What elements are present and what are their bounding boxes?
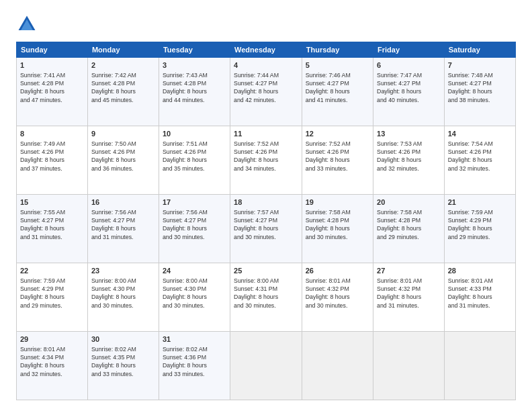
day-number: 14 <box>448 129 512 139</box>
calendar-header-saturday: Saturday <box>444 42 515 58</box>
calendar-cell: 5Sunrise: 7:46 AMSunset: 4:27 PMDaylight… <box>302 58 373 126</box>
calendar-week-1: 1Sunrise: 7:41 AMSunset: 4:28 PMDaylight… <box>17 58 516 126</box>
day-info: Sunrise: 8:01 AMSunset: 4:33 PMDaylight:… <box>448 277 512 310</box>
day-number: 30 <box>91 334 155 345</box>
day-number: 15 <box>20 197 84 208</box>
day-info: Sunrise: 7:58 AMSunset: 4:28 PMDaylight:… <box>377 208 441 241</box>
calendar-cell: 4Sunrise: 7:44 AMSunset: 4:27 PMDaylight… <box>230 58 302 126</box>
day-info: Sunrise: 7:42 AMSunset: 4:28 PMDaylight:… <box>91 71 155 104</box>
day-number: 31 <box>163 334 226 345</box>
calendar-header-monday: Monday <box>87 42 159 58</box>
day-number: 29 <box>20 334 84 345</box>
calendar-week-2: 8Sunrise: 7:49 AMSunset: 4:26 PMDaylight… <box>17 126 516 195</box>
calendar-cell: 11Sunrise: 7:52 AMSunset: 4:26 PMDayligh… <box>230 126 302 195</box>
calendar-header-tuesday: Tuesday <box>159 42 230 58</box>
day-info: Sunrise: 8:00 AMSunset: 4:30 PMDaylight:… <box>91 277 155 310</box>
day-number: 12 <box>306 129 369 139</box>
calendar-cell: 14Sunrise: 7:54 AMSunset: 4:26 PMDayligh… <box>444 126 515 195</box>
calendar-cell: 15Sunrise: 7:55 AMSunset: 4:27 PMDayligh… <box>17 195 88 263</box>
day-number: 1 <box>20 60 84 71</box>
day-number: 2 <box>91 60 155 71</box>
calendar-cell: 20Sunrise: 7:58 AMSunset: 4:28 PMDayligh… <box>373 195 445 263</box>
day-info: Sunrise: 7:59 AMSunset: 4:29 PMDaylight:… <box>20 277 84 310</box>
day-number: 18 <box>234 197 298 208</box>
day-number: 8 <box>20 129 84 139</box>
day-number: 27 <box>377 266 441 276</box>
calendar-table: SundayMondayTuesdayWednesdayThursdayFrid… <box>16 42 516 400</box>
calendar-cell <box>302 332 373 400</box>
calendar-cell: 27Sunrise: 8:01 AMSunset: 4:32 PMDayligh… <box>373 263 445 332</box>
day-info: Sunrise: 7:44 AMSunset: 4:27 PMDaylight:… <box>234 71 298 104</box>
day-info: Sunrise: 7:43 AMSunset: 4:28 PMDaylight:… <box>163 71 226 104</box>
calendar-cell: 9Sunrise: 7:50 AMSunset: 4:26 PMDaylight… <box>87 126 159 195</box>
day-info: Sunrise: 7:56 AMSunset: 4:27 PMDaylight:… <box>91 208 155 241</box>
calendar-week-5: 29Sunrise: 8:01 AMSunset: 4:34 PMDayligh… <box>17 332 516 400</box>
day-info: Sunrise: 7:53 AMSunset: 4:26 PMDaylight:… <box>377 140 441 173</box>
calendar-cell: 2Sunrise: 7:42 AMSunset: 4:28 PMDaylight… <box>87 58 159 126</box>
day-number: 5 <box>306 60 369 71</box>
calendar-header-sunday: Sunday <box>17 42 88 58</box>
calendar-cell: 21Sunrise: 7:59 AMSunset: 4:29 PMDayligh… <box>444 195 515 263</box>
calendar-week-4: 22Sunrise: 7:59 AMSunset: 4:29 PMDayligh… <box>17 263 516 332</box>
calendar-cell <box>444 332 515 400</box>
calendar-cell: 23Sunrise: 8:00 AMSunset: 4:30 PMDayligh… <box>87 263 159 332</box>
calendar-cell: 22Sunrise: 7:59 AMSunset: 4:29 PMDayligh… <box>17 263 88 332</box>
day-number: 24 <box>163 266 226 276</box>
calendar-cell: 10Sunrise: 7:51 AMSunset: 4:26 PMDayligh… <box>159 126 230 195</box>
day-info: Sunrise: 7:41 AMSunset: 4:28 PMDaylight:… <box>20 71 84 104</box>
calendar-cell: 25Sunrise: 8:00 AMSunset: 4:31 PMDayligh… <box>230 263 302 332</box>
calendar-week-3: 15Sunrise: 7:55 AMSunset: 4:27 PMDayligh… <box>17 195 516 263</box>
day-number: 23 <box>91 266 155 276</box>
day-number: 20 <box>377 197 441 208</box>
day-number: 4 <box>234 60 298 71</box>
day-info: Sunrise: 8:01 AMSunset: 4:32 PMDaylight:… <box>306 277 369 310</box>
day-info: Sunrise: 7:52 AMSunset: 4:26 PMDaylight:… <box>234 140 298 173</box>
day-info: Sunrise: 7:50 AMSunset: 4:26 PMDaylight:… <box>91 140 155 173</box>
calendar-cell: 17Sunrise: 7:56 AMSunset: 4:27 PMDayligh… <box>159 195 230 263</box>
calendar-header-row: SundayMondayTuesdayWednesdayThursdayFrid… <box>17 42 516 58</box>
calendar-cell: 8Sunrise: 7:49 AMSunset: 4:26 PMDaylight… <box>17 126 88 195</box>
calendar-cell: 12Sunrise: 7:52 AMSunset: 4:26 PMDayligh… <box>302 126 373 195</box>
day-info: Sunrise: 7:49 AMSunset: 4:26 PMDaylight:… <box>20 140 84 173</box>
day-number: 26 <box>306 266 369 276</box>
day-number: 22 <box>20 266 84 276</box>
day-info: Sunrise: 8:01 AMSunset: 4:32 PMDaylight:… <box>377 277 441 310</box>
day-number: 21 <box>448 197 512 208</box>
logo-icon <box>16 13 38 35</box>
logo <box>16 13 40 35</box>
page: SundayMondayTuesdayWednesdayThursdayFrid… <box>0 0 532 411</box>
calendar-cell: 3Sunrise: 7:43 AMSunset: 4:28 PMDaylight… <box>159 58 230 126</box>
calendar-cell: 30Sunrise: 8:02 AMSunset: 4:35 PMDayligh… <box>87 332 159 400</box>
day-number: 9 <box>91 129 155 139</box>
day-number: 6 <box>377 60 441 71</box>
calendar-cell: 19Sunrise: 7:58 AMSunset: 4:28 PMDayligh… <box>302 195 373 263</box>
day-number: 25 <box>234 266 298 276</box>
day-info: Sunrise: 8:02 AMSunset: 4:36 PMDaylight:… <box>163 345 226 378</box>
calendar-cell: 6Sunrise: 7:47 AMSunset: 4:27 PMDaylight… <box>373 58 445 126</box>
calendar-header-thursday: Thursday <box>302 42 373 58</box>
day-number: 17 <box>163 197 226 208</box>
day-info: Sunrise: 7:51 AMSunset: 4:26 PMDaylight:… <box>163 140 226 173</box>
day-info: Sunrise: 7:55 AMSunset: 4:27 PMDaylight:… <box>20 208 84 241</box>
calendar-cell <box>373 332 445 400</box>
calendar-header-wednesday: Wednesday <box>230 42 302 58</box>
day-info: Sunrise: 8:00 AMSunset: 4:31 PMDaylight:… <box>234 277 298 310</box>
day-info: Sunrise: 7:58 AMSunset: 4:28 PMDaylight:… <box>306 208 369 241</box>
calendar-cell: 16Sunrise: 7:56 AMSunset: 4:27 PMDayligh… <box>87 195 159 263</box>
day-info: Sunrise: 7:52 AMSunset: 4:26 PMDaylight:… <box>306 140 369 173</box>
calendar-cell: 29Sunrise: 8:01 AMSunset: 4:34 PMDayligh… <box>17 332 88 400</box>
calendar-cell: 26Sunrise: 8:01 AMSunset: 4:32 PMDayligh… <box>302 263 373 332</box>
calendar-header-friday: Friday <box>373 42 445 58</box>
day-number: 7 <box>448 60 512 71</box>
calendar-cell: 31Sunrise: 8:02 AMSunset: 4:36 PMDayligh… <box>159 332 230 400</box>
calendar-cell: 28Sunrise: 8:01 AMSunset: 4:33 PMDayligh… <box>444 263 515 332</box>
calendar-cell: 7Sunrise: 7:48 AMSunset: 4:27 PMDaylight… <box>444 58 515 126</box>
day-info: Sunrise: 8:02 AMSunset: 4:35 PMDaylight:… <box>91 345 155 378</box>
day-number: 11 <box>234 129 298 139</box>
day-number: 13 <box>377 129 441 139</box>
day-number: 3 <box>163 60 226 71</box>
day-number: 19 <box>306 197 369 208</box>
day-info: Sunrise: 7:54 AMSunset: 4:26 PMDaylight:… <box>448 140 512 173</box>
day-number: 10 <box>163 129 226 139</box>
day-info: Sunrise: 7:48 AMSunset: 4:27 PMDaylight:… <box>448 71 512 104</box>
